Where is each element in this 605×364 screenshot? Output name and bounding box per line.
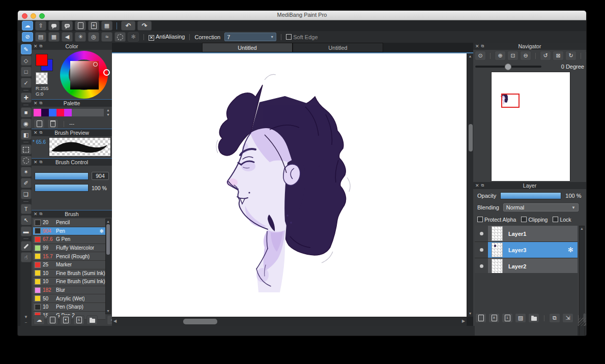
radial-snap-button[interactable]: ✳ xyxy=(75,32,86,42)
close-icon[interactable]: ✕ xyxy=(34,101,38,106)
close-icon[interactable]: ✕ xyxy=(34,130,38,135)
eyedropper-tool[interactable] xyxy=(21,241,32,251)
layer-visibility-cell[interactable] xyxy=(475,226,488,241)
flip-view-button[interactable]: ⇄ xyxy=(585,51,586,60)
sv-marker[interactable] xyxy=(93,62,98,67)
add-layer-button[interactable] xyxy=(475,313,486,323)
brush-size-slider[interactable] xyxy=(35,172,89,180)
brush-list-item[interactable]: 182Blur xyxy=(33,286,105,295)
brush-list-item[interactable]: 67.6G Pen xyxy=(33,235,105,244)
operation-tool[interactable]: ↖ xyxy=(21,215,32,225)
select-pen-tool[interactable]: ✐ xyxy=(21,178,32,188)
duplicate-layer-button[interactable]: ⧉ xyxy=(549,313,560,323)
close-icon[interactable]: ✕ xyxy=(34,44,38,49)
rotate-cw-button[interactable]: ↻ xyxy=(565,51,577,60)
layer-row[interactable]: Layer2 xyxy=(475,258,578,275)
palette-color-swatch[interactable] xyxy=(34,109,41,116)
comment-button[interactable] xyxy=(48,21,60,31)
brush-add-menu-button[interactable]: ▼ xyxy=(60,315,71,325)
scroll-up-icon[interactable]: ▲ xyxy=(106,220,110,224)
brush-tool[interactable]: ✎ xyxy=(21,44,32,54)
snap-settings-button[interactable]: ✻ xyxy=(128,32,139,42)
title-bar[interactable]: MediBang Paint Pro xyxy=(18,11,586,20)
close-icon[interactable]: ✕ xyxy=(475,44,479,49)
palette-color-swatch[interactable] xyxy=(56,109,64,116)
select-tool[interactable] xyxy=(21,144,32,155)
popout-icon[interactable]: ⧉ xyxy=(40,211,43,217)
scroll-up-icon[interactable]: ▲ xyxy=(467,54,473,58)
scroll-thumb[interactable] xyxy=(106,224,110,255)
divide-tool[interactable]: ▬ xyxy=(21,226,32,236)
bucket-tool[interactable]: ◉ xyxy=(21,118,32,129)
document-settings-button[interactable]: ✻ xyxy=(88,21,99,31)
close-icon[interactable]: ✕ xyxy=(34,160,38,165)
scroll-thumb[interactable] xyxy=(469,124,473,151)
scroll-thumb[interactable] xyxy=(183,319,217,324)
select-eraser-tool[interactable]: ❏ xyxy=(21,189,32,199)
brush-add-button[interactable] xyxy=(47,315,58,325)
snap-frame-button[interactable] xyxy=(114,32,126,42)
fit-window-button[interactable]: ⊡ xyxy=(507,51,518,60)
layer-opacity-slider[interactable] xyxy=(500,192,561,199)
palette-add-button[interactable] xyxy=(34,119,45,129)
navigator-preview[interactable] xyxy=(473,71,586,181)
soft-edge-checkbox[interactable]: Soft Edge xyxy=(286,34,318,40)
popout-icon[interactable]: ⧉ xyxy=(40,160,43,165)
protect-alpha-checkbox[interactable]: Protect Alpha xyxy=(477,217,516,223)
brush-add-script-button[interactable]: S xyxy=(73,315,84,325)
merge-layer-button[interactable]: ⇲ xyxy=(562,313,573,323)
brush-size-value[interactable]: 904 xyxy=(92,172,109,180)
collapse-icon[interactable]: − xyxy=(25,320,27,325)
concentric-snap-button[interactable]: ◎ xyxy=(88,32,99,42)
layer-visibility-cell[interactable] xyxy=(475,258,488,274)
document-tab[interactable]: Untitled xyxy=(202,43,293,52)
undo-button[interactable]: ↶ xyxy=(121,21,135,31)
spin-up-icon[interactable]: ▲ xyxy=(106,108,110,112)
add-1bit-layer-button[interactable]: 1 xyxy=(502,313,513,323)
layer-row[interactable]: Layer3✻ xyxy=(475,242,578,258)
popout-icon[interactable]: ⧉ xyxy=(481,183,484,188)
dot-tool[interactable]: ✓ xyxy=(21,78,32,88)
magic-wand-tool[interactable]: ✶ xyxy=(21,167,32,177)
canvas-horizontal-scrollbar[interactable]: ◀ ▶ xyxy=(112,317,467,326)
reset-view-button[interactable]: ⊠ xyxy=(553,51,564,60)
zoom-out-button[interactable]: ⊖ xyxy=(520,51,531,60)
scroll-right-icon[interactable]: ▶ xyxy=(462,319,465,323)
redo-button[interactable]: ↷ xyxy=(137,21,152,31)
popout-icon[interactable]: ⧉ xyxy=(481,44,484,49)
brush-folder-button[interactable] xyxy=(87,315,98,325)
zoom-in-button[interactable]: ⊕ xyxy=(495,51,506,60)
comment-list-button[interactable] xyxy=(62,21,73,31)
brush-list-item[interactable]: 10Fine Brush (Sumi Ink) xyxy=(33,278,105,286)
resize-grip[interactable] xyxy=(578,318,586,326)
canvas[interactable] xyxy=(112,53,467,317)
spin-down-icon[interactable]: ▼ xyxy=(106,112,110,117)
grid-edit-button[interactable]: ▦ xyxy=(101,21,112,31)
shape-tool[interactable]: □ xyxy=(21,67,32,77)
brush-list-item[interactable]: 50Acrylic (Wet) xyxy=(33,294,105,303)
text-tool[interactable]: T xyxy=(21,204,32,214)
hand-tool[interactable]: ☝ xyxy=(21,252,32,262)
brush-cloud-download-button[interactable]: ☁ xyxy=(34,315,45,325)
transparent-color-swatch[interactable] xyxy=(36,72,48,84)
navigator-page[interactable] xyxy=(492,72,570,181)
parallel-lines-button[interactable]: ▤ xyxy=(35,32,46,42)
palette-color-swatch[interactable] xyxy=(49,109,56,116)
rotation-slider[interactable] xyxy=(475,66,541,68)
foreground-color-swatch[interactable] xyxy=(36,54,48,66)
palette-color-swatch[interactable] xyxy=(41,109,49,116)
layer-visibility-cell[interactable] xyxy=(475,242,488,258)
scroll-up-icon[interactable]: ▲ xyxy=(580,227,584,231)
hue-marker[interactable] xyxy=(103,69,110,76)
clipping-checkbox[interactable]: Clipping xyxy=(521,217,548,223)
scroll-down-icon[interactable]: ▼ xyxy=(467,312,473,316)
brush-list-item[interactable]: 904Pen✻ xyxy=(33,227,105,236)
add-layer-folder-button[interactable] xyxy=(528,313,539,323)
rotate-ccw-button[interactable]: ↺ xyxy=(540,51,551,60)
blending-select[interactable]: Normal ▼ xyxy=(503,203,579,211)
brush-list-item[interactable]: 20Pencil xyxy=(33,219,105,227)
brush-opacity-slider[interactable] xyxy=(35,184,89,192)
popout-icon[interactable]: ⧉ xyxy=(40,44,43,49)
canvas-vertical-scrollbar[interactable]: ▲ ▼ xyxy=(467,53,473,317)
lasso-tool[interactable] xyxy=(21,156,32,166)
